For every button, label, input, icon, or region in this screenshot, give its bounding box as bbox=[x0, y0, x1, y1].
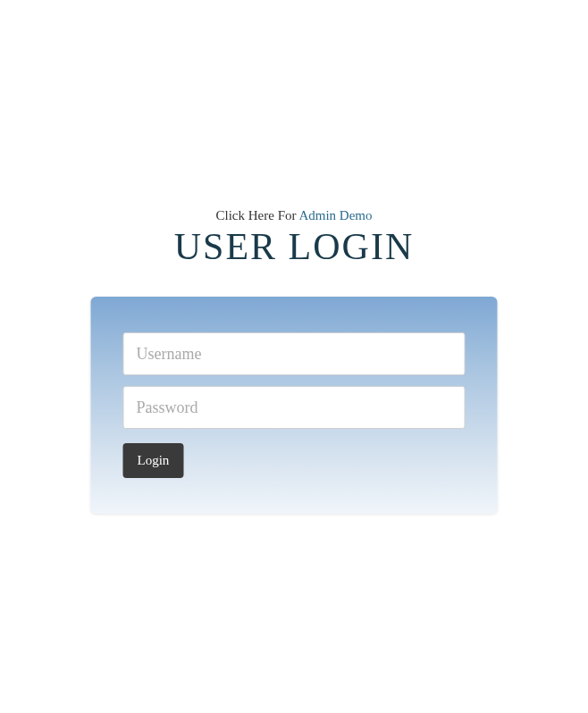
password-input[interactable] bbox=[123, 386, 466, 429]
page-title: USER LOGIN bbox=[91, 225, 498, 268]
login-panel: Login bbox=[91, 297, 498, 514]
login-button[interactable]: Login bbox=[123, 443, 184, 478]
admin-demo-link[interactable]: Admin Demo bbox=[298, 208, 372, 222]
click-here-prefix: Click Here For bbox=[216, 208, 299, 222]
username-input[interactable] bbox=[123, 332, 466, 375]
click-here-line: Click Here For Admin Demo bbox=[91, 208, 498, 223]
login-container: Click Here For Admin Demo USER LOGIN Log… bbox=[91, 208, 498, 514]
